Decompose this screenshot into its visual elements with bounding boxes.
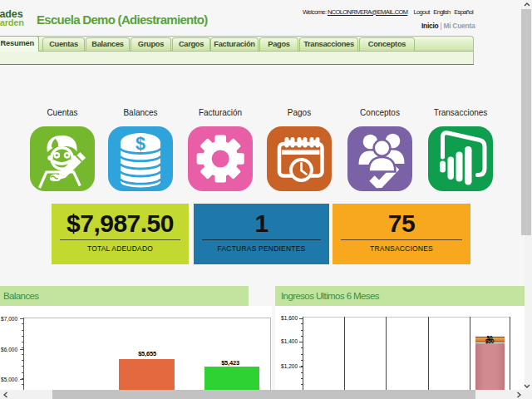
svg-text:$: $ — [135, 134, 145, 154]
